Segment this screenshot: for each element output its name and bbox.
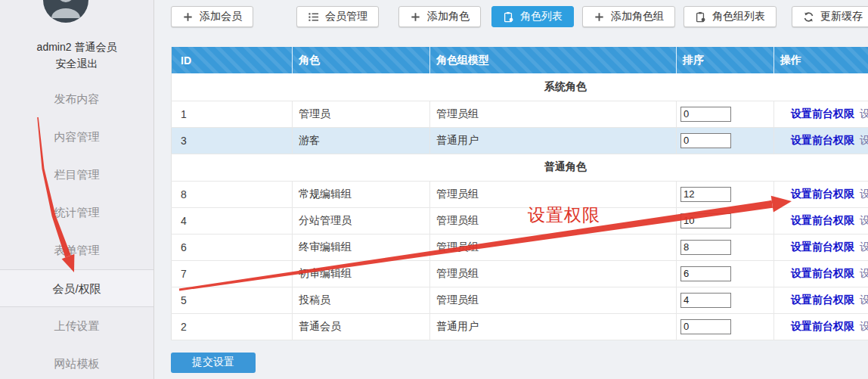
set-back-permission-link[interactable]: 设置后台权限	[860, 188, 868, 200]
toolbar-button-label: 角色组列表	[712, 10, 765, 23]
cell-actions: 设置前台权限设置后台权限	[774, 260, 868, 287]
cell-role: 普通会员	[293, 313, 430, 340]
sidebar-nav: 发布内容内容管理栏目管理统计管理表单管理会员/权限上传设置网站模板	[0, 80, 153, 379]
section-title: 普通角色	[172, 154, 868, 181]
table-row: 5 投稿员 管理员组 设置前台权限设置后台权限	[172, 287, 868, 313]
cell-id: 1	[172, 101, 293, 127]
sidebar-item-发布内容[interactable]: 发布内容	[0, 80, 153, 118]
toolbar-button-label: 角色列表	[520, 10, 563, 23]
set-back-permission-link[interactable]: 设置后台权限	[860, 320, 868, 332]
set-front-permission-link[interactable]: 设置前台权限	[791, 188, 854, 200]
table-row: 2 普通会员 普通用户 设置前台权限设置后台权限	[172, 313, 868, 340]
header-row: ID角色角色组模型排序操作	[172, 47, 868, 73]
toolbar-button[interactable]: 角色组列表	[684, 6, 777, 27]
table-row: 7 初审编辑组 管理员组 设置前台权限设置后台权限	[172, 260, 868, 287]
set-front-permission-link[interactable]: 设置前台权限	[791, 267, 854, 279]
cell-id: 2	[172, 313, 293, 340]
cell-actions: 设置前台权限设置后台权限	[774, 207, 868, 234]
cell-sort	[677, 127, 774, 154]
cell-id: 7	[172, 260, 293, 287]
sort-order-input[interactable]	[680, 266, 731, 281]
set-front-permission-link[interactable]: 设置前台权限	[791, 320, 854, 332]
sidebar-item-栏目管理[interactable]: 栏目管理	[0, 156, 153, 194]
sort-order-input[interactable]	[680, 293, 731, 308]
cell-sort	[677, 234, 774, 260]
set-back-permission-link[interactable]: 设置后台权限	[860, 107, 868, 120]
toolbar-button[interactable]: 添加角色组	[582, 6, 675, 27]
cell-actions: 设置前台权限设置后台权限	[774, 101, 868, 127]
set-back-permission-link[interactable]: 设置后台权限	[860, 214, 868, 226]
section-row: 普通角色	[172, 154, 868, 181]
cell-actions: 设置前台权限设置后台权限	[774, 313, 868, 340]
set-front-permission-link[interactable]: 设置前台权限	[791, 241, 854, 253]
cell-role: 终审编辑组	[293, 234, 430, 260]
refresh-icon	[803, 11, 814, 23]
role-table-header: ID角色角色组模型排序操作	[172, 47, 868, 73]
toolbar-button[interactable]: 角色列表	[491, 6, 574, 27]
section-row: 系统角色	[172, 73, 868, 101]
sidebar-item-网站模板[interactable]: 网站模板	[0, 345, 153, 379]
sort-order-input[interactable]	[680, 107, 731, 122]
cell-model: 管理员组	[430, 234, 677, 260]
cell-role: 初审编辑组	[293, 260, 430, 287]
toolbar-button-label: 添加角色	[427, 10, 470, 23]
set-back-permission-link[interactable]: 设置后台权限	[860, 134, 868, 146]
sidebar: admin2 普通会员 安全退出 发布内容内容管理栏目管理统计管理表单管理会员/…	[0, 0, 154, 379]
table-row: 1 管理员 管理员组 设置前台权限设置后台权限	[172, 101, 868, 127]
toolbar-button[interactable]: 添加会员	[171, 6, 253, 27]
column-header: 角色组模型	[430, 47, 677, 73]
toolbar-button-label: 更新缓存	[820, 10, 863, 23]
cell-model: 普通用户	[430, 127, 677, 154]
cell-id: 5	[172, 287, 293, 313]
set-back-permission-link[interactable]: 设置后台权限	[860, 294, 868, 306]
user-avatar	[43, 0, 88, 23]
cell-role: 管理员	[293, 101, 430, 127]
user-name: admin2 普通会员	[0, 39, 153, 55]
set-front-permission-link[interactable]: 设置前台权限	[791, 107, 854, 120]
toolbar-button-label: 添加会员	[200, 10, 242, 23]
set-front-permission-link[interactable]: 设置前台权限	[791, 134, 854, 146]
cell-model: 管理员组	[430, 260, 677, 287]
person-icon	[43, 0, 88, 23]
cell-sort	[677, 313, 774, 340]
clipboard-icon	[503, 11, 514, 23]
cell-role: 投稿员	[293, 287, 430, 313]
table-row: 8 常规编辑组 管理员组 设置前台权限设置后台权限	[172, 181, 868, 207]
sidebar-item-内容管理[interactable]: 内容管理	[0, 118, 153, 156]
cell-role: 常规编辑组	[293, 181, 430, 207]
column-header: 操作	[774, 47, 868, 73]
sort-order-input[interactable]	[680, 187, 731, 202]
cell-model: 普通用户	[430, 313, 677, 340]
set-back-permission-link[interactable]: 设置后台权限	[860, 241, 868, 253]
sidebar-item-会员/权限[interactable]: 会员/权限	[0, 269, 153, 307]
section-title: 系统角色	[172, 73, 868, 101]
cell-id: 4	[172, 207, 293, 234]
table-row: 3 游客 普通用户 设置前台权限设置后台权限	[172, 127, 868, 154]
sort-order-input[interactable]	[680, 240, 731, 255]
submit-settings-button[interactable]: 提交设置	[171, 353, 256, 373]
table-row: 4 分站管理员 管理员组 设置前台权限设置后台权限	[172, 207, 868, 234]
sort-order-input[interactable]	[680, 133, 731, 148]
cell-sort	[677, 260, 774, 287]
sort-order-input[interactable]	[680, 319, 731, 334]
cell-role: 分站管理员	[293, 207, 430, 234]
cell-id: 8	[172, 181, 293, 207]
set-front-permission-link[interactable]: 设置前台权限	[791, 294, 854, 306]
cell-id: 3	[172, 127, 293, 154]
cell-actions: 设置前台权限设置后台权限	[774, 234, 868, 260]
set-front-permission-link[interactable]: 设置前台权限	[791, 214, 854, 226]
sort-order-input[interactable]	[680, 213, 731, 228]
toolbar-button-label: 添加角色组	[611, 10, 664, 23]
toolbar-button[interactable]: 会员管理	[296, 6, 379, 27]
plus-icon	[182, 11, 194, 23]
sidebar-item-上传设置[interactable]: 上传设置	[0, 307, 153, 345]
logout-link[interactable]: 安全退出	[0, 55, 153, 72]
set-back-permission-link[interactable]: 设置后台权限	[860, 267, 868, 279]
toolbar-button[interactable]: 更新缓存	[792, 6, 868, 27]
role-table-body: 系统角色 1 管理员 管理员组 设置前台权限设置后台权限 3 游客 普通用户 设…	[172, 73, 868, 340]
toolbar: 添加会员 会员管理 添加角色 角色列表 添加角色组 角色组列表 更新缓存	[155, 0, 868, 27]
toolbar-button[interactable]: 添加角色	[398, 6, 481, 27]
sidebar-item-统计管理[interactable]: 统计管理	[0, 194, 153, 231]
cell-sort	[677, 181, 774, 207]
sidebar-item-表单管理[interactable]: 表单管理	[0, 231, 153, 269]
